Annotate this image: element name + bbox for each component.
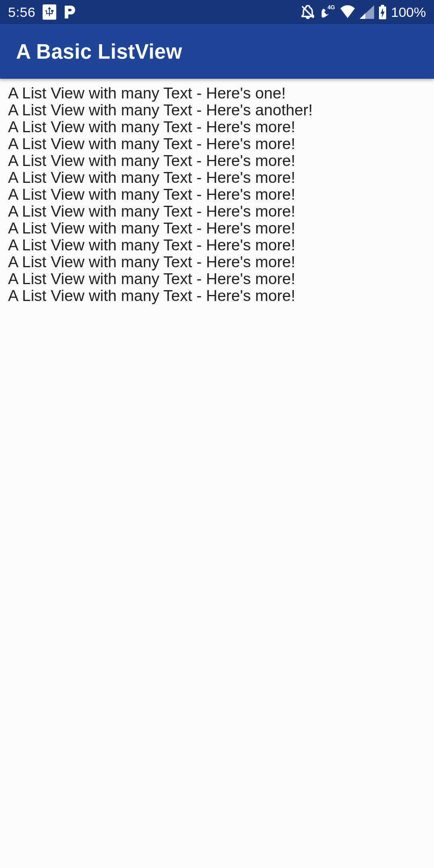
bell-off-icon [300, 4, 315, 20]
wifi-icon [340, 5, 356, 19]
list-item[interactable]: A List View with many Text - Here's more… [8, 186, 426, 203]
list-item[interactable]: A List View with many Text - Here's more… [8, 236, 426, 253]
app-title: A Basic ListView [16, 40, 182, 63]
list-item[interactable]: A List View with many Text - Here's more… [8, 287, 426, 304]
list-item[interactable]: A List View with many Text - Here's more… [8, 219, 426, 236]
battery-percent: 100% [391, 4, 426, 20]
svg-text:4G: 4G [328, 4, 335, 10]
p-icon [63, 5, 76, 19]
list-view[interactable]: A List View with many Text - Here's one!… [0, 79, 434, 304]
list-item[interactable]: A List View with many Text - Here's more… [8, 169, 426, 186]
battery-charging-icon [378, 5, 387, 19]
list-item[interactable]: A List View with many Text - Here's more… [8, 253, 426, 270]
status-time: 5:56 [8, 4, 35, 20]
list-item[interactable]: A List View with many Text - Here's more… [8, 270, 426, 287]
list-item[interactable]: A List View with many Text - Here's more… [8, 203, 426, 219]
list-item[interactable]: A List View with many Text - Here's more… [8, 152, 426, 169]
svg-rect-3 [381, 5, 384, 7]
list-item[interactable]: A List View with many Text - Here's anot… [8, 101, 426, 118]
list-item[interactable]: A List View with many Text - Here's one! [8, 84, 426, 101]
status-bar: 5:56 4G [0, 0, 434, 24]
signal-icon [360, 5, 374, 19]
status-left: 5:56 [8, 4, 76, 20]
phone-4g-icon: 4G [319, 4, 336, 20]
list-item[interactable]: A List View with many Text - Here's more… [8, 118, 426, 135]
status-right: 4G 100% [300, 4, 426, 20]
app-bar: A Basic ListView [0, 24, 434, 79]
list-item[interactable]: A List View with many Text - Here's more… [8, 135, 426, 152]
usb-icon [43, 4, 56, 20]
